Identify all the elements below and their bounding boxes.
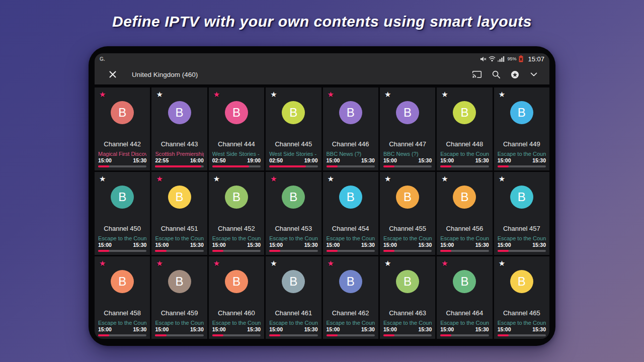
channel-card[interactable]: ★ B Channel 451 Escape to the Country (?… — [151, 172, 207, 255]
status-time: 15:07 — [528, 55, 544, 63]
channel-card[interactable]: ★ B Channel 464 Escape to the Country (?… — [437, 256, 492, 339]
channel-logo-letter: B — [518, 190, 526, 204]
favorites-icon[interactable] — [510, 70, 520, 79]
program-times: 15:00 15:30 — [327, 157, 375, 163]
favorite-star-icon[interactable]: ★ — [328, 90, 334, 98]
mute-icon — [480, 56, 487, 62]
progress-bar — [155, 165, 203, 167]
program-start-time: 15:00 — [98, 326, 112, 332]
channel-logo-letter: B — [118, 275, 126, 289]
program-start-time: 15:00 — [440, 242, 454, 248]
progress-bar — [498, 250, 546, 252]
favorite-star-icon[interactable]: ★ — [441, 90, 448, 98]
channel-card[interactable]: ★ B Channel 453 Escape to the Country (?… — [266, 172, 321, 255]
channel-card[interactable]: ★ B Channel 460 Escape to the Country (?… — [209, 256, 264, 339]
progress-fill — [98, 165, 109, 167]
program-start-time: 15:00 — [269, 326, 283, 332]
channel-logo: B — [339, 270, 362, 293]
program-times: 15:00 15:30 — [383, 242, 432, 248]
channel-card[interactable]: ★ B Channel 443 Scottish Premiership Fo…… — [151, 87, 207, 170]
channel-card[interactable]: ★ B Channel 445 West Side Stories - The … — [266, 87, 321, 170]
favorite-star-icon[interactable]: ★ — [213, 90, 220, 98]
program-start-time: 15:00 — [212, 326, 226, 332]
channel-card[interactable]: ★ B Channel 449 Escape to the Country (?… — [494, 87, 549, 170]
favorite-star-icon[interactable]: ★ — [213, 175, 220, 183]
favorite-star-icon[interactable]: ★ — [156, 90, 163, 98]
channel-name: Channel 448 — [437, 140, 492, 148]
channel-card[interactable]: ★ B Channel 456 Escape to the Country (?… — [437, 172, 492, 255]
favorite-star-icon[interactable]: ★ — [384, 259, 391, 267]
progress-fill — [498, 165, 509, 167]
channel-card[interactable]: ★ B Channel 458 Escape to the Country (?… — [95, 256, 150, 339]
program-end-time: 15:30 — [133, 242, 147, 248]
channel-card[interactable]: ★ B Channel 461 Escape to the Country (?… — [266, 256, 321, 339]
program-title: Scottish Premiership Fo… — [155, 151, 203, 157]
program-start-time: 15:00 — [98, 157, 112, 163]
channel-logo-letter: B — [118, 106, 126, 120]
favorite-star-icon[interactable]: ★ — [213, 259, 220, 267]
collapse-icon[interactable] — [529, 70, 538, 79]
channel-name: Channel 443 — [151, 140, 207, 148]
channel-card[interactable]: ★ B Channel 448 Escape to the Country (?… — [437, 87, 492, 170]
program-title: Escape to the Country (?) — [498, 320, 546, 326]
favorite-star-icon[interactable]: ★ — [156, 259, 163, 267]
battery-percent: 95% — [507, 56, 516, 61]
channel-card[interactable]: ★ B Channel 444 West Side Stories - The … — [209, 87, 264, 170]
favorite-star-icon[interactable]: ★ — [328, 175, 334, 183]
favorite-star-icon[interactable]: ★ — [441, 175, 448, 183]
program-title: Escape to the Country (?) — [383, 235, 432, 241]
search-icon[interactable] — [492, 70, 501, 79]
favorite-star-icon[interactable]: ★ — [156, 175, 163, 183]
favorite-star-icon[interactable]: ★ — [499, 259, 505, 267]
channel-card[interactable]: ★ B Channel 457 Escape to the Country (?… — [494, 172, 549, 255]
favorite-star-icon[interactable]: ★ — [384, 175, 391, 183]
favorite-star-icon[interactable]: ★ — [384, 90, 391, 98]
channel-card[interactable]: ★ B Channel 459 Escape to the Country (?… — [151, 256, 207, 339]
favorite-star-icon[interactable]: ★ — [270, 175, 277, 183]
channel-card[interactable]: ★ B Channel 463 Escape to the Country (?… — [380, 256, 435, 339]
channel-card[interactable]: ★ B Channel 447 BBC News (?) 15:00 15:30 — [380, 87, 435, 170]
program-end-time: 15:30 — [304, 242, 318, 248]
progress-fill — [98, 250, 109, 252]
favorite-star-icon[interactable]: ★ — [328, 259, 334, 267]
program-times: 15:00 15:30 — [155, 242, 203, 248]
program-title: Escape to the Country (?) — [155, 320, 203, 326]
program-times: 15:00 15:30 — [440, 326, 489, 332]
channel-logo: B — [510, 270, 533, 293]
channel-card[interactable]: ★ B Channel 455 Escape to the Country (?… — [380, 172, 435, 255]
favorite-star-icon[interactable]: ★ — [499, 175, 505, 183]
close-icon[interactable] — [109, 70, 117, 78]
channel-card[interactable]: ★ B Channel 450 Escape to the Country (?… — [95, 172, 150, 255]
channel-name: Channel 450 — [95, 225, 150, 232]
progress-bar — [212, 334, 261, 336]
channel-card[interactable]: ★ B Channel 454 Escape to the Country (?… — [323, 172, 378, 255]
favorite-star-icon[interactable]: ★ — [99, 90, 106, 98]
favorite-star-icon[interactable]: ★ — [99, 175, 106, 183]
cast-icon[interactable] — [472, 70, 482, 79]
channel-card[interactable]: ★ B Channel 452 Escape to the Country (?… — [209, 172, 264, 255]
channel-logo: B — [168, 270, 191, 293]
channel-logo-letter: B — [176, 106, 184, 120]
program-start-time: 02:50 — [212, 157, 226, 163]
channel-name: Channel 463 — [380, 309, 435, 317]
favorite-star-icon[interactable]: ★ — [441, 259, 448, 267]
channel-logo: B — [396, 101, 419, 124]
channel-card[interactable]: ★ B Channel 446 BBC News (?) 15:00 15:30 — [323, 87, 378, 170]
program-title: Magical First Discoverie… — [98, 151, 146, 157]
program-end-time: 15:30 — [418, 242, 432, 248]
channel-name: Channel 462 — [323, 309, 378, 317]
program-title: BBC News (?) — [327, 151, 375, 157]
progress-fill — [269, 165, 306, 167]
favorite-star-icon[interactable]: ★ — [270, 90, 277, 98]
progress-bar — [212, 250, 261, 252]
channel-card[interactable]: ★ B Channel 462 Escape to the Country (?… — [323, 256, 378, 339]
channel-card[interactable]: ★ B Channel 442 Magical First Discoverie… — [95, 87, 150, 170]
favorite-star-icon[interactable]: ★ — [99, 259, 106, 267]
program-title: Escape to the Country (?) — [327, 235, 375, 241]
favorite-star-icon[interactable]: ★ — [499, 90, 505, 98]
program-end-time: 15:30 — [418, 157, 432, 163]
channel-card[interactable]: ★ B Channel 465 Escape to the Country (?… — [494, 256, 549, 339]
progress-fill — [327, 250, 338, 252]
favorite-star-icon[interactable]: ★ — [270, 259, 277, 267]
progress-fill — [269, 250, 280, 252]
